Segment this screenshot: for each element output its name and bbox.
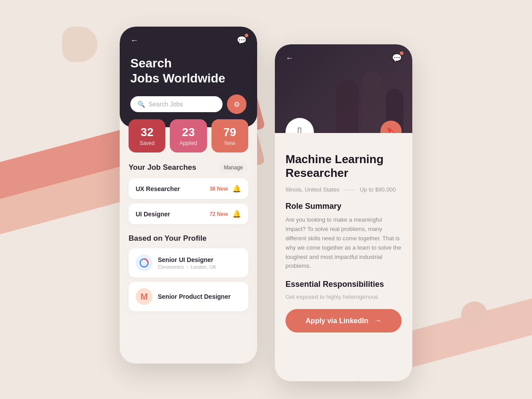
- apple-logo-icon: : [297, 125, 302, 133]
- apply-arrow-icon: →: [374, 316, 382, 325]
- bell-icon-active[interactable]: 🔔: [232, 210, 241, 218]
- profile-info-1: Senior UI Designer Chronomics London, UK: [158, 256, 216, 270]
- job-searches-header: Your Job Searches Manage: [129, 162, 248, 173]
- apply-button-label: Apply via LinkedIn: [305, 317, 368, 325]
- m-logo-letter: M: [141, 292, 148, 302]
- chat-icon: 💬: [237, 36, 246, 45]
- right-chat-icon: 💬: [392, 54, 402, 63]
- search-icon: 🔍: [137, 101, 145, 108]
- stats-row: 32 Saved 23 Applied 79 New: [120, 119, 257, 153]
- phone-content: Your Job Searches Manage UX Researcher 3…: [120, 162, 257, 311]
- stat-saved[interactable]: 32 Saved: [129, 119, 165, 153]
- role-summary-title: Role Summary: [286, 202, 402, 211]
- company-logo-m: M: [136, 288, 153, 305]
- bell-icon[interactable]: 🔔: [232, 184, 241, 193]
- job-search-name: UX Researcher: [136, 185, 180, 192]
- bookmark-icon: 🔖: [386, 126, 396, 133]
- job-detail-content: Machine Learning Researcher Illinois, Un…: [275, 133, 412, 341]
- job-cover-image: ← 💬  🔖: [275, 44, 412, 133]
- stat-new-number: 79: [217, 125, 243, 139]
- stat-applied-number: 23: [175, 125, 201, 139]
- dark-header: ← 💬 Search Jobs Worldwide 🔍 Search Jobs …: [120, 27, 257, 127]
- job-searches-title: Your Job Searches: [129, 163, 196, 172]
- chat-icon-wrapper[interactable]: 💬: [237, 35, 246, 45]
- profile-info-2: Senior Product Designer: [158, 293, 231, 300]
- person-1: [336, 80, 359, 133]
- responsibilities-title: Essential Responsibilities: [286, 280, 402, 289]
- job-meta-row: Illinois, United States —— Up to $90,000: [286, 186, 402, 193]
- company-logo-chronomics: [136, 254, 153, 271]
- stat-saved-number: 32: [134, 125, 160, 139]
- stat-new-label: New: [217, 140, 243, 146]
- profile-section-header: Based on Your Profile: [129, 234, 248, 243]
- manage-button[interactable]: Manage: [219, 162, 248, 173]
- profile-job-meta-1: Chronomics London, UK: [158, 264, 216, 270]
- job-search-item[interactable]: UX Researcher 36 New 🔔: [129, 178, 248, 199]
- right-notification-dot: [400, 51, 403, 55]
- responsibilities-preview: Get exposed to highly heterogenous: [286, 293, 402, 300]
- meta-dot: [187, 266, 188, 268]
- new-badge: 36 New: [210, 186, 228, 192]
- job-location: Illinois, United States: [286, 186, 339, 193]
- meta-dash: ——: [344, 186, 355, 193]
- role-description: Are you looking to make a meaningful imp…: [286, 215, 402, 271]
- profile-section-title: Based on Your Profile: [129, 234, 207, 243]
- right-chat-icon-wrapper[interactable]: 💬: [392, 53, 402, 63]
- profile-job-title-1: Senior UI Designer: [158, 256, 216, 263]
- apply-button[interactable]: Apply via LinkedIn →: [286, 309, 402, 332]
- top-nav: ← 💬: [130, 35, 246, 45]
- new-badge-2: 72 New: [210, 211, 228, 217]
- filter-button[interactable]: ⚙: [227, 94, 246, 114]
- stat-saved-label: Saved: [134, 140, 160, 146]
- right-phone: ← 💬  🔖 Machine Learning Researcher: [275, 44, 412, 381]
- bg-decoration-1: [62, 27, 98, 62]
- phones-container: ← 💬 Search Jobs Worldwide 🔍 Search Jobs …: [120, 27, 412, 381]
- job-salary: Up to $90,000: [360, 186, 396, 193]
- search-input-wrapper[interactable]: 🔍 Search Jobs: [130, 96, 223, 112]
- stat-new[interactable]: 79 New: [211, 119, 248, 153]
- title-line2: Jobs Worldwide: [130, 71, 225, 85]
- job-search-name-2: UI Designer: [136, 211, 170, 218]
- stat-applied[interactable]: 23 Applied: [170, 119, 207, 153]
- left-phone: ← 💬 Search Jobs Worldwide 🔍 Search Jobs …: [120, 27, 257, 364]
- search-bar: 🔍 Search Jobs ⚙: [130, 94, 246, 114]
- job-search-right-2: 72 New 🔔: [210, 210, 241, 218]
- right-nav: ← 💬: [275, 53, 412, 63]
- notification-dot: [245, 34, 248, 37]
- title-line1: Search: [130, 56, 172, 70]
- phone-title: Search Jobs Worldwide: [130, 56, 246, 86]
- filter-icon: ⚙: [234, 100, 240, 109]
- job-search-right: 36 New 🔔: [210, 184, 241, 193]
- job-title-line2: Researcher: [286, 166, 348, 180]
- profile-item-2[interactable]: M Senior Product Designer: [129, 282, 248, 311]
- search-input[interactable]: Search Jobs: [149, 101, 183, 108]
- job-search-item-2[interactable]: UI Designer 72 New 🔔: [129, 203, 248, 224]
- bg-decoration-2: [461, 301, 488, 328]
- back-button[interactable]: ←: [130, 36, 138, 45]
- job-title: Machine Learning Researcher: [286, 153, 402, 180]
- stat-applied-label: Applied: [175, 140, 201, 146]
- right-back-button[interactable]: ←: [286, 54, 293, 63]
- profile-job-title-2: Senior Product Designer: [158, 293, 231, 300]
- profile-item-1[interactable]: Senior UI Designer Chronomics London, UK: [129, 248, 248, 278]
- person-2: [362, 71, 382, 133]
- job-title-line1: Machine Learning: [286, 153, 383, 166]
